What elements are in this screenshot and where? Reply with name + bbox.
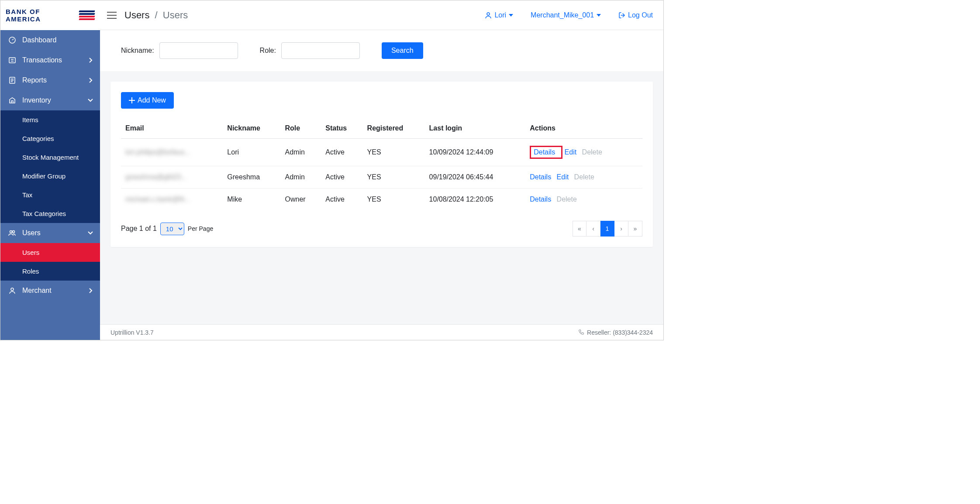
chevron-down-icon [597,14,601,17]
chevron-down-icon [509,14,513,17]
registered-cell: YES [363,189,425,211]
logo-flag-icon [79,10,95,20]
topbar: Users / Users Lori Merchant_Mike_001 Log… [100,0,663,30]
logout-icon [618,12,625,19]
chevron-down-icon [88,231,93,235]
sidebar-item-dashboard[interactable]: Dashboard [0,30,100,50]
sidebar-subitem-modifier-group[interactable]: Modifier Group [0,167,100,185]
pager-page-1[interactable]: 1 [600,221,614,237]
email-cell: greeshma@gfd23... [125,173,187,181]
details-link[interactable]: Details [534,148,555,156]
pager-last[interactable]: » [628,221,642,237]
sidebar-item-label: Users [22,229,41,237]
actions-cell: Details Edit Delete [525,166,642,189]
sidebar-item-merchant[interactable]: Merchant [0,281,100,301]
delete-link: Delete [574,173,594,181]
user-menu[interactable]: Lori [485,11,513,19]
sidebar-subitem-categories[interactable]: Categories [0,129,100,148]
edit-link[interactable]: Edit [557,173,569,181]
registered-cell: YES [363,139,425,166]
per-page-label: Per Page [188,225,213,232]
breadcrumb-current: Users [163,10,188,21]
sidebar-subitem-roles[interactable]: Roles [0,262,100,281]
svg-rect-1 [9,58,15,63]
column-header: Nickname [223,118,280,139]
email-cell: lori.philips@bofaus... [125,148,190,156]
logout-link[interactable]: Log Out [618,11,653,19]
chevron-right-icon [89,58,93,63]
sidebar-item-transactions[interactable]: Transactions [0,50,100,70]
logout-label: Log Out [628,11,653,19]
filter-bar: Nickname: Role: Search [100,30,663,71]
nickname-label: Nickname: [121,47,154,55]
sidebar-subitem-tax-categories[interactable]: Tax Categories [0,204,100,223]
pager: « ‹ 1 › » [573,221,642,237]
status-cell: Active [321,166,362,189]
pager-prev[interactable]: ‹ [587,221,600,237]
logo: BANK OF AMERICA [0,0,100,30]
chevron-right-icon [89,288,93,293]
nickname-cell: Greeshma [223,166,280,189]
role-label: Role: [260,47,276,55]
sidebar-subitem-stock-management[interactable]: Stock Management [0,148,100,167]
filter-nickname: Nickname: [121,42,238,59]
sidebar-item-inventory[interactable]: Inventory [0,90,100,110]
version-label: Uptrillion V1.3.7 [110,329,154,336]
user-icon [485,12,492,19]
svg-point-6 [487,13,490,15]
users-card: Add New EmailNicknameRoleStatusRegistere… [110,82,653,247]
role-cell: Admin [281,139,321,166]
table-row: lori.philips@bofaus...LoriAdminActiveYES… [121,139,642,166]
details-highlight: Details [530,146,562,159]
dashboard-icon [7,36,17,44]
svg-point-5 [11,288,14,291]
users-icon [7,229,17,237]
sidebar-subitem-items[interactable]: Items [0,110,100,129]
search-button[interactable]: Search [382,42,423,59]
table-row: greeshma@gfd23...GreeshmaAdminActiveYES0… [121,166,642,189]
user-name: Lori [494,11,506,19]
edit-link[interactable]: Edit [565,148,577,156]
per-page-select[interactable]: 10 [160,223,184,235]
lastlogin-cell: 10/08/2024 12:20:05 [425,189,526,211]
lastlogin-cell: 09/19/2024 06:45:44 [425,166,526,189]
phone-icon [578,329,584,336]
role-input[interactable] [281,42,360,59]
nav: DashboardTransactionsReportsInventoryIte… [0,30,100,340]
main: Users / Users Lori Merchant_Mike_001 Log… [100,0,663,340]
sidebar-item-users[interactable]: Users [0,223,100,243]
sidebar-item-label: Transactions [22,56,62,64]
column-header: Role [281,118,321,139]
breadcrumb-root[interactable]: Users [124,10,149,21]
pager-next[interactable]: › [614,221,628,237]
sidebar-item-label: Dashboard [22,36,56,44]
breadcrumb: Users / Users [124,10,188,21]
merchant-icon [7,287,17,295]
nickname-input[interactable] [159,42,238,59]
merchant-name: Merchant_Mike_001 [531,11,594,19]
sidebar-item-reports[interactable]: Reports [0,70,100,90]
details-link[interactable]: Details [530,195,551,203]
table-footer: Page 1 of 1 10 Per Page « ‹ 1 › » [121,221,642,237]
plus-icon [129,97,135,103]
details-link[interactable]: Details [530,173,551,181]
chevron-right-icon [89,78,93,83]
sidebar-item-label: Inventory [22,96,51,104]
email-cell: michael.c.bank@fir... [125,195,190,203]
inventory-icon [7,96,17,104]
reseller-info: Reseller: (833)344-2324 [578,329,653,336]
delete-link: Delete [557,195,577,203]
menu-toggle-icon[interactable] [107,12,117,19]
column-header: Email [121,118,223,139]
column-header: Status [321,118,362,139]
pager-first[interactable]: « [573,221,587,237]
merchant-menu[interactable]: Merchant_Mike_001 [531,11,601,19]
sidebar-subitem-users[interactable]: Users [0,243,100,262]
actions-cell: Details Edit Delete [525,139,642,166]
column-header: Last login [425,118,526,139]
breadcrumb-sep: / [155,10,158,21]
sidebar-item-label: Merchant [22,287,52,295]
actions-cell: Details Delete [525,189,642,211]
sidebar-subitem-tax[interactable]: Tax [0,185,100,204]
add-new-button[interactable]: Add New [121,92,174,109]
